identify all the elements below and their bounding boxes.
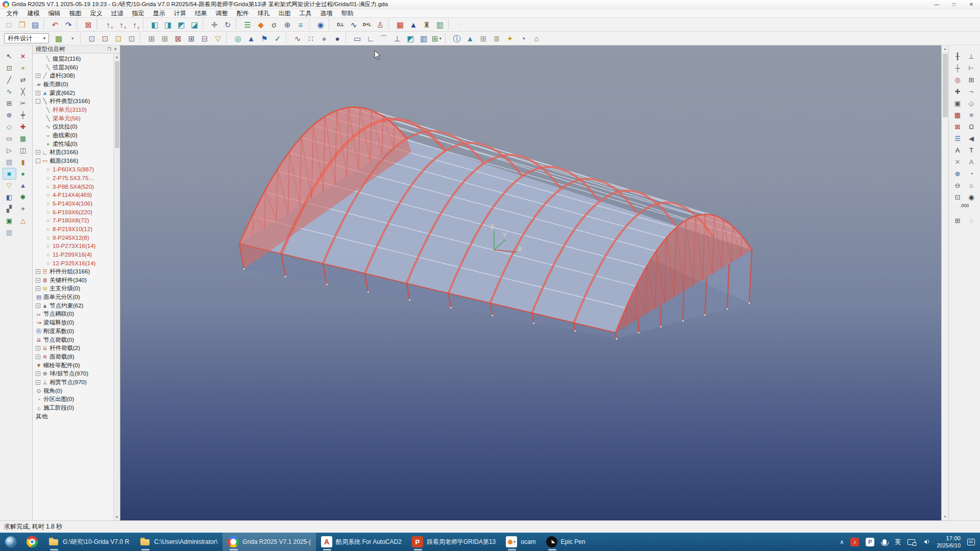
table-strip-icon[interactable]: ▥ [3,227,16,238]
menu-item[interactable]: 帮助 [337,9,358,18]
layers-icon[interactable]: ▤ [3,156,16,168]
fill-box-icon[interactable]: ▣ [951,97,965,109]
tree-item[interactable]: ○ 2-P75.5X3.75… [33,174,120,183]
taskbar-autocad-button[interactable]: A 酷周系统 For AutoCAD2 [316,533,407,551]
lines-icon[interactable]: ≡ [965,109,978,121]
ucs-axes-icon[interactable]: ⊕ [281,18,294,31]
tree-item[interactable]: ⌂ 施工阶段(0) [33,404,120,412]
tree-expander[interactable]: + [36,278,40,283]
scroll-down-icon[interactable]: ▼ [114,514,120,520]
notification-center-icon[interactable] [967,539,975,545]
plus-tool-icon[interactable]: ✚ [951,86,965,97]
tree-item[interactable]: + ∟ 材质(3166) [33,148,120,157]
grid3-icon[interactable]: ⊞ [951,215,965,227]
analysis-globe-icon[interactable]: ◉ [314,18,327,31]
design-param-icon[interactable]: ▩ [52,32,65,44]
draw-polyline-icon[interactable]: ∟ [364,32,377,44]
sphere-light-icon[interactable]: ● [317,32,331,44]
result-chart-icon[interactable]: ▥ [433,18,447,31]
rect-tool-icon[interactable]: ▭ [3,133,16,144]
tree-item[interactable]: ▤ 面单元分区(0) [33,293,120,302]
render-extra-icon[interactable]: ◌ [453,18,467,31]
cone-direction-icon[interactable]: ▲ [244,32,258,44]
omega-tool-icon[interactable]: Ω [965,121,978,133]
tree-item[interactable]: + ☰ 杆件分组(3166) [33,267,120,276]
tree-item[interactable]: - ▭ 截面(3166) [33,157,120,165]
extend-icon[interactable]: ┿ [16,109,30,121]
render-globe-icon[interactable]: ◔ [65,32,79,44]
close-button[interactable]: ✕ [963,0,980,9]
tree-item[interactable]: ∿ 仅抗拉(0) [33,123,120,132]
tree-item[interactable]: - ╲ 杆件类型(3166) [33,97,120,106]
orbit-3d-icon[interactable]: ↻ [221,18,234,31]
tree-item[interactable]: + ⊥ 相贯节点(970) [33,378,120,387]
erase-icon[interactable]: ✕ [951,156,965,168]
select-add-icon[interactable]: ⊡ [85,32,99,44]
redo-icon[interactable]: ↷ [62,18,75,31]
ring-red-icon[interactable]: ◎ [951,74,965,86]
clock[interactable]: 17:00 2025/6/10 [937,535,961,549]
diamond-tool-icon[interactable]: ◇ [965,97,978,109]
tree-scrollbar-thumb[interactable] [115,61,119,148]
tree-expander[interactable]: + [36,150,40,155]
design-mode-select[interactable]: 杆件设计 ▼ [4,33,49,43]
pick-minus-icon[interactable]: ⊟ [198,32,211,44]
grid-tool-icon[interactable]: ⊞ [3,97,16,109]
home-view-icon[interactable]: ⌂ [965,180,978,191]
perp-tool-icon[interactable]: ⊥ [965,51,978,62]
tree-expander[interactable]: + [36,304,40,308]
zigzag-select-icon[interactable]: ∿ [291,32,304,44]
menu-item[interactable]: 计算 [169,9,190,18]
tree-item[interactable]: ∞ 节点耦联(0) [33,310,120,319]
iso-view-ne-icon[interactable]: ◩ [175,18,188,31]
netease-music-icon[interactable]: ♪ [850,538,859,546]
pick-funnel-icon[interactable]: ▽ [211,32,225,44]
tree-item[interactable]: ○ 4-P114X4(469) [33,191,120,199]
tree-item[interactable]: + ▲ 节点约束(62) [33,302,120,310]
tree-item[interactable]: ▼ 螺栓等配件(0) [33,361,120,370]
taskbar-chrome-button[interactable] [21,533,43,551]
taskbar-folder-c-button[interactable]: C:\Users\Administrator\ [134,533,223,551]
tree-scrollbar[interactable]: ▲ ▼ [113,54,120,520]
pick-node-icon[interactable]: ⊞ [145,32,158,44]
tree-expander[interactable]: + [36,73,40,78]
tree-item[interactable]: + Ψ 主支分级(0) [33,285,120,293]
stress-sigma-icon[interactable]: σ [267,18,281,31]
circle-dash-icon[interactable]: ◌ [965,215,978,227]
left-tri-icon[interactable]: ◀ [965,133,978,144]
view-axis-z-icon[interactable]: ↑ z [115,18,128,31]
box-x-icon[interactable]: ⊠ [951,121,965,133]
taskbar-epicpen-button[interactable]: Epic Pen [541,533,591,551]
target-snap-icon[interactable]: ⌖ [16,62,30,74]
tray-expand-icon[interactable]: ∧ [840,539,844,545]
sphere-dark-icon[interactable]: ● [331,32,344,44]
pick-red-icon[interactable]: ⊠ [172,32,185,44]
asterisk-tool-icon[interactable]: ✱ [16,191,30,203]
text-a2-icon[interactable]: A [965,156,978,168]
iso-view-nw-icon[interactable]: ◪ [188,18,201,31]
pie-tool-icon[interactable]: ◔ [965,168,978,180]
taskbar-ocam-button[interactable]: ocam [501,533,541,551]
pick-blue-icon[interactable]: ⊞ [185,32,198,44]
save-icon[interactable]: ▤ [29,18,42,31]
ime-indicator[interactable]: 英 [895,538,901,546]
load-curve-icon[interactable]: ∿ [347,18,360,31]
layer-stack-icon[interactable]: ≡ [294,18,307,31]
model-doll-icon[interactable]: ♙ [374,18,387,31]
scroll-down-icon[interactable]: ▼ [942,513,948,520]
ring-view-icon[interactable]: ◎ [231,32,244,44]
hatch-icon[interactable]: ▞ [3,203,16,215]
load-combo-dle-icon[interactable]: D+L [360,18,374,31]
cone-teal-icon[interactable]: ▲ [463,32,477,44]
taskbar-ppt-button[interactable]: P 跟着周老师学GRIDA第13 [407,533,501,551]
iso-view-sw-icon[interactable]: ◧ [148,18,161,31]
tree-item[interactable]: + ▲ 蒙皮(662) [33,89,120,97]
maximize-button[interactable]: □ [945,0,963,9]
calendar-grid-icon[interactable]: ⊞ [477,32,490,44]
new-file-icon[interactable]: □ [2,18,15,31]
tree-item[interactable]: 其他 [33,412,120,421]
taskbar-grida-button[interactable]: Grida R2025 V7.1 2025-( [223,533,316,551]
tree-item[interactable]: ⊙ 视角(0) [33,387,120,395]
lattice-display-icon[interactable]: ▦ [394,18,407,31]
corner-tool-icon[interactable]: ¬ [965,86,978,97]
